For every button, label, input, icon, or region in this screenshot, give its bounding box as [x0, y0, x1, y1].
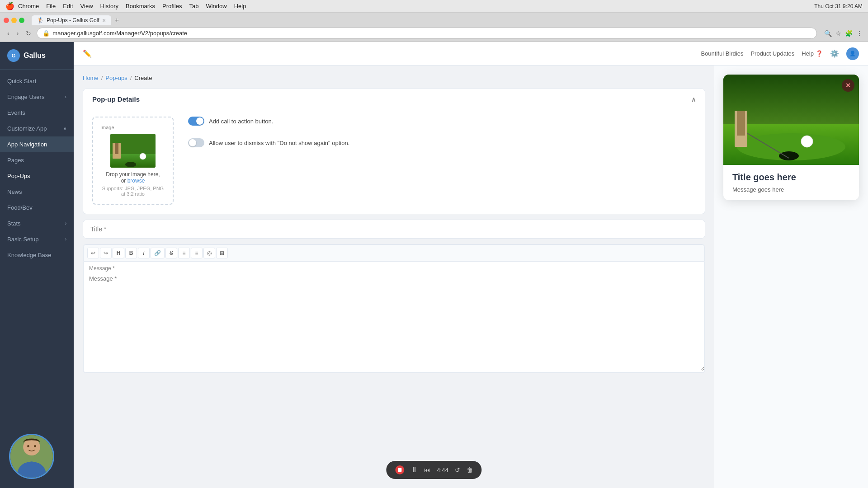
browser-chrome: 🏌️ Pop-Ups - Gallus Golf ✕ + ‹ › ↻ 🔒 man… — [0, 13, 868, 42]
forward-button[interactable]: › — [15, 29, 21, 38]
image-browse-link[interactable]: browse — [127, 178, 145, 184]
menu-profiles[interactable]: Profiles — [162, 3, 182, 9]
breadcrumb-home[interactable]: Home — [83, 75, 99, 81]
maximize-window-button[interactable] — [19, 18, 24, 23]
sidebar-item-stats[interactable]: Stats › — [0, 216, 74, 231]
product-updates-link[interactable]: Product Updates — [750, 50, 794, 57]
user-avatar — [9, 434, 54, 479]
editor-toolbar: ↩ ↪ H B I 🔗 S ≡ ≡ ◎ ⊞ — [83, 244, 705, 261]
cta-toggle[interactable] — [188, 117, 204, 126]
site-name-link[interactable]: Bountiful Birdies — [701, 50, 743, 57]
strikethrough-button[interactable]: S — [165, 248, 177, 258]
title-input[interactable] — [83, 220, 705, 238]
tab-close-button[interactable]: ✕ — [102, 18, 106, 23]
message-textarea[interactable] — [84, 272, 704, 371]
browser-menu-icon[interactable]: ⋮ — [856, 30, 863, 37]
svg-point-7 — [140, 153, 146, 160]
italic-button[interactable]: I — [138, 248, 150, 258]
traffic-lights[interactable] — [4, 18, 24, 23]
search-icon[interactable]: 🔍 — [824, 30, 832, 37]
sidebar-item-events[interactable]: Events — [0, 105, 74, 121]
url-text: manager.gallusgolf.com/Manager/V2/popups… — [52, 30, 187, 37]
breadcrumb-popups[interactable]: Pop-ups — [105, 75, 127, 81]
ordered-list-button[interactable]: ≡ — [191, 248, 203, 258]
menu-help[interactable]: Help — [234, 3, 246, 9]
toggle-options: Add call to action button. Allow user to… — [188, 117, 696, 153]
help-link[interactable]: Help ❓ — [802, 50, 823, 57]
apple-icon[interactable]: 🍎 — [5, 2, 14, 10]
heading-button[interactable]: H — [113, 248, 124, 258]
popup-details-header[interactable]: Pop-up Details ∧ — [83, 89, 705, 109]
quote-button[interactable]: ◎ — [203, 248, 215, 258]
minimize-window-button[interactable] — [11, 18, 17, 23]
help-label: Help — [802, 50, 814, 57]
menu-file[interactable]: File — [46, 3, 56, 9]
app-navigation-label: App Navigation — [7, 141, 47, 148]
bullet-list-button[interactable]: ≡ — [178, 248, 190, 258]
sidebar-item-customize-app[interactable]: Customize App ∨ — [0, 121, 74, 136]
sidebar-item-engage-users[interactable]: Engage Users › — [0, 89, 74, 105]
menu-view[interactable]: View — [80, 3, 93, 9]
address-bar[interactable]: 🔒 manager.gallusgolf.com/Manager/V2/popu… — [37, 28, 817, 39]
section-collapse-icon[interactable]: ∧ — [691, 96, 696, 103]
media-delete-button[interactable]: 🗑 — [467, 466, 473, 474]
svg-point-14 — [801, 136, 813, 147]
media-pause-button[interactable]: ⏸ — [410, 466, 418, 474]
table-button[interactable]: ⊞ — [216, 248, 228, 258]
bold-button[interactable]: B — [125, 248, 137, 258]
edit-icon[interactable]: ✏️ — [83, 49, 92, 58]
user-profile-button[interactable]: 👤 — [846, 47, 859, 60]
sidebar-item-quick-start[interactable]: Quick Start — [0, 73, 74, 89]
cta-toggle-row: Add call to action button. — [188, 117, 696, 126]
bookmark-icon[interactable]: ☆ — [835, 30, 841, 37]
stats-label: Stats — [7, 220, 21, 227]
menu-window[interactable]: Window — [206, 3, 226, 9]
sidebar-item-food-bev[interactable]: Food/Bev — [0, 200, 74, 216]
menu-chrome[interactable]: Chrome — [18, 3, 39, 9]
active-tab[interactable]: 🏌️ Pop-Ups - Gallus Golf ✕ — [32, 15, 111, 25]
media-refresh-button[interactable]: ↺ — [455, 466, 460, 474]
logo-text: Gallus — [24, 52, 46, 60]
mac-menus[interactable]: Chrome File Edit View History Bookmarks … — [18, 3, 246, 9]
popup-details-section: Pop-up Details ∧ Image — [83, 89, 705, 214]
menu-edit[interactable]: Edit — [63, 3, 73, 9]
sidebar-logo[interactable]: G Gallus — [0, 42, 74, 70]
svg-point-1 — [23, 439, 40, 456]
tab-bar: 🏌️ Pop-Ups - Gallus Golf ✕ + — [32, 15, 121, 25]
media-back-button[interactable]: ⏮ — [424, 466, 430, 474]
title-section — [83, 220, 705, 239]
preview-close-button[interactable]: ✕ — [842, 79, 854, 92]
help-icon: ❓ — [816, 50, 823, 57]
sidebar-item-pop-ups[interactable]: Pop-Ups — [0, 168, 74, 184]
extensions-icon[interactable]: 🧩 — [845, 30, 853, 37]
sidebar-item-pages[interactable]: Pages — [0, 152, 74, 168]
popup-details-body: Image — [83, 109, 705, 214]
menu-bookmarks[interactable]: Bookmarks — [126, 3, 155, 9]
sidebar-item-news[interactable]: News — [0, 184, 74, 200]
sidebar-item-app-navigation[interactable]: App Navigation — [0, 136, 74, 152]
new-tab-button[interactable]: + — [113, 16, 121, 24]
menu-history[interactable]: History — [100, 3, 118, 9]
main-content: ✏️ Bountiful Birdies Product Updates Hel… — [74, 42, 868, 488]
dismiss-toggle[interactable] — [188, 138, 204, 147]
media-stop-button[interactable] — [395, 465, 404, 474]
link-button[interactable]: 🔗 — [151, 248, 165, 258]
dismiss-toggle-knob — [189, 139, 196, 146]
quick-start-label: Quick Start — [7, 78, 36, 84]
back-button[interactable]: ‹ — [5, 29, 11, 38]
sidebar-item-basic-setup[interactable]: Basic Setup › — [0, 231, 74, 247]
settings-icon[interactable]: ⚙️ — [830, 49, 839, 58]
close-window-button[interactable] — [4, 18, 9, 23]
sidebar-item-knowledge-base[interactable]: Knowledge Base — [0, 247, 74, 263]
image-upload-box[interactable]: Image — [92, 117, 174, 205]
customize-app-chevron: ∨ — [63, 126, 66, 131]
image-section: Image — [92, 117, 696, 205]
breadcrumb-sep-1: / — [101, 75, 103, 81]
redo-button[interactable]: ↪ — [100, 248, 112, 258]
undo-button[interactable]: ↩ — [87, 248, 99, 258]
menu-tab[interactable]: Tab — [189, 3, 198, 9]
reload-button[interactable]: ↻ — [24, 29, 33, 38]
stats-chevron: › — [65, 221, 66, 226]
media-time: 4:44 — [437, 467, 448, 474]
preview-image: ✕ — [723, 75, 859, 165]
